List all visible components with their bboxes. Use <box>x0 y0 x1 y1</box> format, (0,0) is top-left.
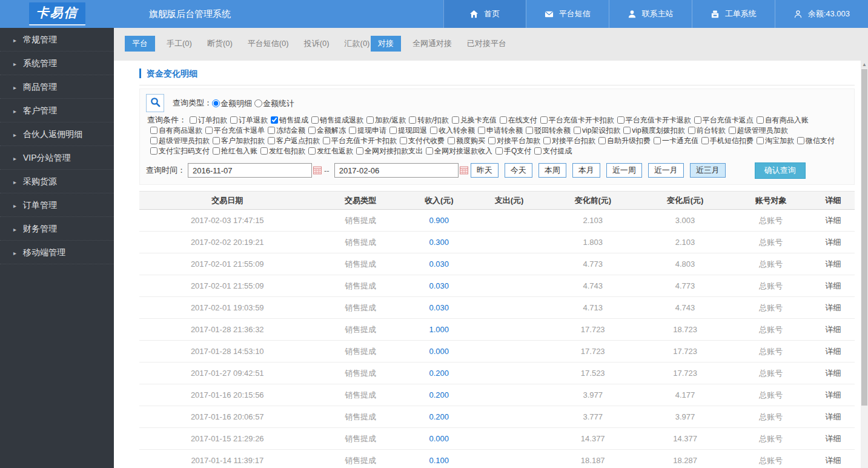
quick-range-button[interactable]: 昨天 <box>471 163 499 178</box>
condition-checkbox[interactable]: 支付宝扫码支付 <box>147 147 210 155</box>
checkbox-icon[interactable] <box>729 127 736 134</box>
income-value-link[interactable]: 0.200 <box>429 390 449 399</box>
income-value-link[interactable]: 0.300 <box>429 238 449 247</box>
income-value-link[interactable]: 0.200 <box>429 412 449 421</box>
income-value-link[interactable]: 1.000 <box>429 325 449 334</box>
condition-checkbox[interactable]: 提现回退 <box>386 126 427 135</box>
topnav-item[interactable]: 首页 <box>443 0 526 28</box>
checkbox-icon[interactable] <box>213 147 220 155</box>
condition-checkbox[interactable]: 订单扣款 <box>187 116 227 124</box>
checkbox-icon[interactable] <box>389 127 397 134</box>
condition-checkbox[interactable]: 提现申请 <box>346 126 386 135</box>
detail-link[interactable]: 详细 <box>826 281 841 290</box>
detail-link[interactable]: 详细 <box>826 390 841 399</box>
sidebar-item[interactable]: ▸系统管理 <box>0 52 114 75</box>
condition-checkbox[interactable]: 客户加款扣款 <box>210 136 265 145</box>
checkbox-icon[interactable] <box>268 127 275 134</box>
query-type-radio[interactable]: 金额统计 <box>254 99 294 108</box>
checkbox-icon[interactable] <box>190 116 197 124</box>
quick-range-button[interactable]: 本周 <box>538 163 566 178</box>
condition-checkbox[interactable]: 驳回转余额 <box>523 126 571 135</box>
condition-checkbox[interactable]: 平台充值卡开卡退款 <box>614 116 691 124</box>
detail-link[interactable]: 详细 <box>826 216 841 225</box>
checkbox-icon[interactable] <box>757 116 764 124</box>
checkbox-icon[interactable] <box>366 116 374 124</box>
detail-link[interactable]: 详细 <box>826 434 841 443</box>
condition-checkbox[interactable]: 金额解冻 <box>305 126 346 135</box>
condition-checkbox[interactable]: 客户返点扣款 <box>265 136 320 145</box>
income-value-link[interactable]: 0.030 <box>429 259 449 269</box>
checkbox-icon[interactable] <box>574 127 581 134</box>
sidebar-item[interactable]: ▸订单管理 <box>0 193 114 217</box>
search-button[interactable] <box>146 94 164 112</box>
checkbox-icon[interactable] <box>430 127 437 134</box>
vertical-scrollbar[interactable]: ▲ <box>861 61 868 468</box>
subnav-tab[interactable]: 全网通对接 <box>409 36 456 52</box>
condition-checkbox[interactable]: 一卡通充值 <box>651 136 698 145</box>
calendar-icon[interactable] <box>313 166 322 175</box>
condition-checkbox[interactable]: 微信支付 <box>794 136 835 145</box>
topnav-item[interactable]: 余额:43.003 <box>775 0 868 28</box>
condition-checkbox[interactable]: 平台充值卡退单 <box>202 126 265 135</box>
checkbox-icon[interactable] <box>349 127 356 134</box>
detail-link[interactable]: 详细 <box>826 412 841 421</box>
condition-checkbox[interactable]: 发红包扣款 <box>257 147 305 155</box>
date-to-input[interactable] <box>334 163 459 178</box>
topnav-item[interactable]: 联系主站 <box>609 0 692 28</box>
condition-checkbox[interactable]: 对接平台扣款 <box>540 136 595 145</box>
condition-checkbox[interactable]: 对接平台加款 <box>485 136 540 145</box>
checkbox-icon[interactable] <box>356 147 363 155</box>
quick-range-button[interactable]: 近三月 <box>690 163 726 178</box>
checkbox-icon[interactable] <box>452 116 459 124</box>
checkbox-icon[interactable] <box>757 137 764 144</box>
detail-link[interactable]: 详细 <box>826 347 841 356</box>
detail-link[interactable]: 详细 <box>826 259 841 269</box>
checkbox-icon[interactable] <box>654 137 661 144</box>
checkbox-icon[interactable] <box>448 137 455 144</box>
condition-checkbox[interactable]: 超级管理员加款 <box>726 126 788 135</box>
checkbox-icon[interactable] <box>478 127 485 134</box>
subnav-tab[interactable]: 平台短信(0) <box>244 36 293 52</box>
condition-checkbox[interactable]: 额度购买 <box>445 136 485 145</box>
checkbox-icon[interactable] <box>150 147 157 155</box>
condition-checkbox[interactable]: 全网对接扣款支出 <box>353 147 423 155</box>
condition-checkbox[interactable]: 申请转余额 <box>475 126 523 135</box>
checkbox-icon[interactable] <box>617 116 624 124</box>
topnav-item[interactable]: 工单系统 <box>692 0 775 28</box>
detail-link[interactable]: 详细 <box>826 369 841 378</box>
sidebar-item[interactable]: ▸财务管理 <box>0 217 114 241</box>
date-from-input[interactable] <box>188 163 312 178</box>
checkbox-icon[interactable] <box>488 137 495 144</box>
income-value-link[interactable]: 0.000 <box>429 347 449 356</box>
condition-checkbox[interactable]: 自有商品入账 <box>754 116 809 124</box>
sidebar-item[interactable]: ▸移动端管理 <box>0 241 114 264</box>
checkbox-icon[interactable] <box>526 127 533 134</box>
sidebar-item[interactable]: ▸VIP分站管理 <box>0 146 114 170</box>
condition-checkbox[interactable]: 平台充值卡开卡扣款 <box>320 136 397 145</box>
income-value-link[interactable]: 0.000 <box>429 434 449 443</box>
checkbox-icon[interactable] <box>260 147 268 155</box>
checkbox-icon[interactable] <box>534 147 542 155</box>
condition-checkbox[interactable]: 冻结金额 <box>265 126 305 135</box>
checkbox-icon[interactable] <box>701 137 709 144</box>
condition-checkbox[interactable]: 自有商品退款 <box>147 126 202 135</box>
sidebar-item[interactable]: ▸采购货源 <box>0 170 114 193</box>
checkbox-icon[interactable] <box>426 147 433 155</box>
checkbox-icon[interactable] <box>150 127 157 134</box>
checkbox-icon[interactable] <box>688 127 695 134</box>
condition-checkbox[interactable]: 销售提成退款 <box>308 116 363 124</box>
checkbox-icon[interactable] <box>230 116 237 124</box>
subnav-tab[interactable]: 投诉(0) <box>300 36 333 52</box>
scroll-up-arrow-icon[interactable]: ▲ <box>861 61 868 69</box>
condition-checkbox[interactable]: 超级管理员扣款 <box>147 136 210 145</box>
quick-range-button[interactable]: 近一月 <box>648 163 684 178</box>
condition-checkbox[interactable]: 兑换卡充值 <box>449 116 497 124</box>
condition-checkbox[interactable]: 销售提成 <box>268 116 308 124</box>
confirm-query-button[interactable]: 确认查询 <box>755 162 806 179</box>
condition-checkbox[interactable]: 发红包返款 <box>305 147 353 155</box>
quick-range-button[interactable]: 今天 <box>505 163 532 178</box>
topnav-item[interactable]: 平台短信 <box>526 0 609 28</box>
sidebar-item[interactable]: ▸合伙人返佣明细 <box>0 122 114 146</box>
condition-checkbox[interactable]: 收入转余额 <box>427 126 475 135</box>
logo-area[interactable]: 卡易信 <box>0 0 114 28</box>
